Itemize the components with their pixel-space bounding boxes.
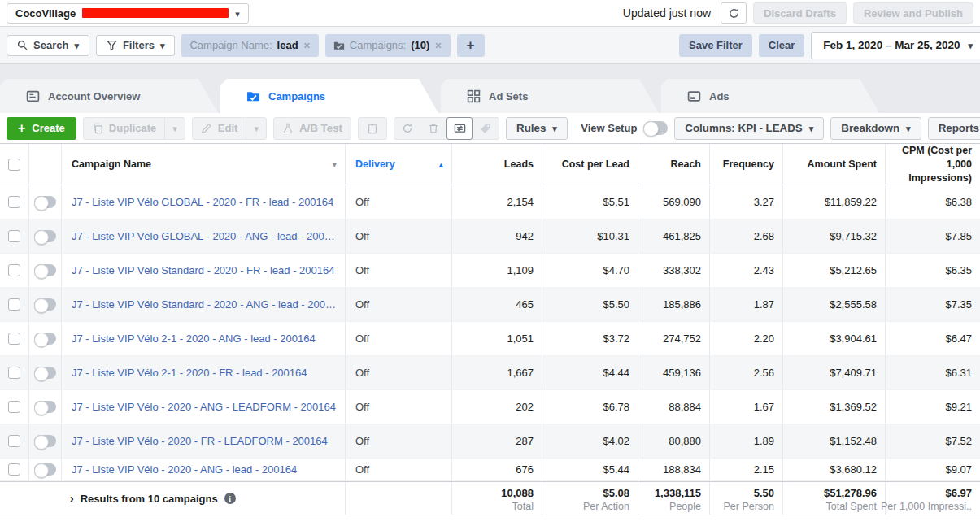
header-amount-spent[interactable]: Amount Spent [783, 144, 886, 185]
header-delivery[interactable]: Delivery [346, 144, 452, 185]
header-frequency[interactable]: Frequency [710, 144, 783, 185]
campaigns-table: Campaign Name Delivery Leads Cost per Le… [0, 143, 980, 515]
expand-results-icon[interactable] [70, 492, 74, 505]
add-filter-button[interactable] [457, 34, 485, 57]
reach-cell: 188,834 [638, 459, 710, 480]
chevron-down-icon [906, 122, 911, 134]
refresh-button[interactable] [721, 2, 747, 24]
info-icon[interactable] [224, 493, 236, 504]
header-leads[interactable]: Leads [452, 144, 542, 185]
campaign-status-toggle[interactable] [34, 196, 56, 208]
row-toggle-cell [29, 424, 62, 458]
amount-spent-cell: $5,212.65 [783, 254, 886, 287]
footer-amount-spent-cell: $51,278.96 Total Spent [783, 482, 886, 515]
history-button[interactable] [394, 117, 420, 140]
leads-cell: 676 [452, 459, 542, 480]
cost-per-lead-cell: $3.72 [542, 322, 638, 355]
campaign-name-link[interactable]: J7 - Liste VIP Vélo Standard - 2020 - FR… [72, 264, 335, 276]
clear-filter-button[interactable]: Clear [759, 34, 805, 57]
tab-account-overview[interactable]: Account Overview [0, 79, 218, 113]
row-checkbox[interactable] [8, 264, 20, 276]
campaign-name-link[interactable]: J7 - Liste VIP Vélo 2-1 - 2020 - ANG - l… [72, 333, 316, 345]
frequency-cell: 1.67 [710, 390, 783, 424]
campaign-status-toggle[interactable] [34, 435, 56, 447]
campaign-status-toggle[interactable] [34, 463, 56, 476]
amount-spent-cell: $2,555.58 [783, 288, 886, 321]
header-campaign-name[interactable]: Campaign Name [62, 144, 346, 185]
tag-button[interactable] [473, 117, 499, 140]
campaign-status-toggle[interactable] [34, 230, 56, 242]
row-checkbox[interactable] [8, 230, 20, 242]
ad-sets-grid-icon [467, 89, 481, 103]
duplicate-menu-button[interactable] [164, 118, 185, 139]
filters-button[interactable]: Filters [96, 35, 176, 56]
campaign-name-link[interactable]: J7 - Liste VIP Vélo GLOBAL - 2020 - ANG … [72, 230, 338, 242]
header-reach[interactable]: Reach [638, 144, 710, 185]
edit-button[interactable]: Edit [193, 118, 246, 139]
header-cost-per-lead[interactable]: Cost per Lead [542, 144, 638, 185]
tab-label: Ad Sets [489, 90, 528, 102]
campaign-name-link[interactable]: J7 - Liste VIP Vélo Standard - 2020 - AN… [72, 298, 338, 311]
level-tabs: Account Overview Campaigns Ad Sets Ads [0, 64, 980, 113]
campaign-name-cell: J7 - Liste VIP Vélo - 2020 - ANG - lead … [62, 459, 346, 480]
delivery-cell: Off [346, 254, 452, 287]
campaign-status-toggle[interactable] [34, 367, 56, 379]
rules-button[interactable]: Rules [506, 117, 568, 140]
row-checkbox[interactable] [8, 196, 20, 208]
remove-filter-icon[interactable] [434, 39, 442, 51]
duplicate-button[interactable]: Duplicate [84, 118, 165, 139]
header-cpm[interactable]: CPM (Cost per 1,000 Impressions) [886, 144, 980, 185]
campaign-status-toggle[interactable] [34, 401, 56, 413]
row-checkbox[interactable] [8, 298, 20, 311]
campaign-status-toggle[interactable] [34, 333, 56, 345]
row-checkbox[interactable] [8, 435, 20, 447]
filter-chip-campaign-name[interactable]: Campaign Name: lead [181, 34, 318, 57]
date-range-picker[interactable]: Feb 1, 2020 – Mar 25, 2020 [811, 32, 980, 59]
frequency-cell: 1.89 [710, 424, 783, 458]
avg-frequency-label: Per Person [723, 501, 774, 512]
row-checkbox[interactable] [8, 463, 20, 476]
footer-cost-per-lead-cell: $5.08 Per Action [542, 482, 638, 515]
table-header-row: Campaign Name Delivery Leads Cost per Le… [0, 143, 980, 185]
search-button[interactable]: Search [7, 35, 89, 56]
ab-test-button[interactable]: A/B Test [273, 117, 351, 140]
campaign-status-toggle[interactable] [34, 264, 56, 276]
breakdown-button[interactable]: Breakdown [830, 117, 921, 140]
row-checkbox[interactable] [8, 333, 20, 345]
select-all-checkbox[interactable] [8, 159, 20, 171]
preview-button[interactable] [446, 117, 473, 140]
duplicate-button-group: Duplicate [83, 117, 185, 140]
delivery-cell: Off [346, 322, 452, 355]
filter-chip-campaigns[interactable]: Campaigns: (10) [325, 34, 451, 57]
review-and-publish-button[interactable]: Review and Publish [853, 2, 973, 24]
campaign-status-toggle[interactable] [34, 298, 56, 311]
ab-test-label: A/B Test [299, 122, 342, 134]
tab-ads[interactable]: Ads [661, 79, 879, 113]
remove-filter-icon[interactable] [303, 39, 311, 51]
tab-ad-sets[interactable]: Ad Sets [441, 79, 659, 113]
campaign-name-link[interactable]: J7 - Liste VIP Vélo GLOBAL - 2020 - FR -… [72, 196, 333, 208]
row-checkbox-cell [0, 322, 29, 355]
header-toggle-cell [29, 144, 62, 185]
cost-per-lead-cell: $5.44 [542, 459, 638, 480]
create-button[interactable]: Create [7, 117, 76, 140]
view-setup-toggle[interactable] [643, 121, 668, 135]
campaign-name-link[interactable]: J7 - Liste VIP Vélo - 2020 - FR - LEADFO… [72, 435, 328, 447]
clipboard-button[interactable] [358, 117, 387, 140]
campaign-name-link[interactable]: J7 - Liste VIP Vélo - 2020 - ANG - LEADF… [72, 401, 336, 413]
account-selector[interactable]: CocoVillage [7, 3, 249, 24]
reports-button[interactable]: Reports [928, 117, 980, 140]
row-checkbox[interactable] [8, 367, 20, 379]
tab-campaigns[interactable]: Campaigns [220, 79, 438, 113]
columns-button[interactable]: Columns: KPI - LEADS [674, 117, 824, 140]
reach-cell: 338,302 [638, 254, 710, 287]
row-checkbox[interactable] [8, 401, 20, 413]
save-filter-button[interactable]: Save Filter [679, 34, 752, 57]
row-checkbox-cell [0, 288, 29, 321]
discard-drafts-button[interactable]: Discard Drafts [753, 2, 847, 24]
campaign-name-link[interactable]: J7 - Liste VIP Vélo 2-1 - 2020 - FR - le… [72, 367, 307, 379]
edit-menu-button[interactable] [246, 118, 266, 139]
chevron-down-icon [235, 7, 240, 20]
delete-button[interactable] [420, 117, 446, 140]
campaign-name-link[interactable]: J7 - Liste VIP Vélo - 2020 - ANG - lead … [72, 463, 297, 476]
